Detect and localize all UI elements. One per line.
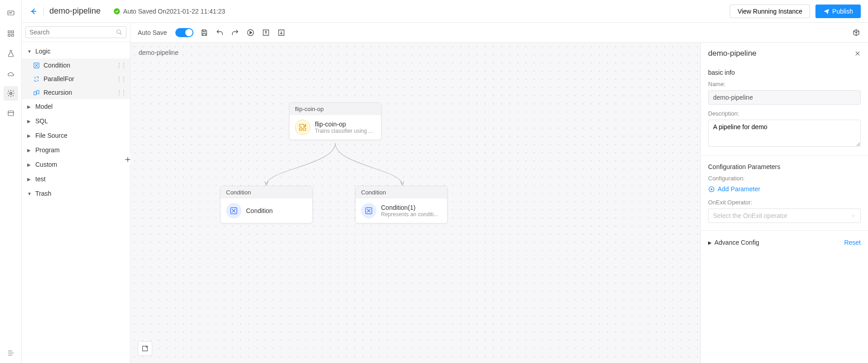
section-divider <box>701 230 868 231</box>
view-running-instance-button[interactable]: View Running Instance <box>730 5 810 18</box>
tree-item-label: Recursion <box>43 89 72 96</box>
rail-icon-storage[interactable] <box>4 106 18 121</box>
autosave-status: Auto Saved On2021-01-22 11:41:23 <box>113 8 225 15</box>
section-divider <box>701 155 868 156</box>
back-button[interactable] <box>29 7 38 16</box>
tree-item-condition[interactable]: Condition ⋮⋮ <box>22 58 130 72</box>
grip-icon: ⋮⋮ <box>116 76 125 82</box>
tree-item-parallelfor[interactable]: ParallelFor ⋮⋮ <box>22 72 130 86</box>
rail-icon-layers[interactable] <box>4 26 18 41</box>
caret-right-icon: ▶ <box>27 104 32 109</box>
advance-config-toggle[interactable]: ▶ Advance Config <box>708 239 759 246</box>
header: demo-pipeline Auto Saved On2021-01-22 11… <box>22 0 868 23</box>
node-condition[interactable]: Condition Condition <box>220 186 313 223</box>
tree-cat-model[interactable]: ▶Model <box>22 99 130 114</box>
caret-right-icon: ▶ <box>27 119 32 124</box>
config-params-heading: Configuration Parameters <box>708 163 861 170</box>
recursion-icon <box>33 89 40 96</box>
node-flip-coin-op[interactable]: flip-coin-op flip-coin-op Trains classif… <box>289 102 381 140</box>
basic-info-heading: basic info <box>708 69 861 76</box>
node-condition-1[interactable]: Condition Condition(1) Represents an con… <box>355 186 448 223</box>
autosave-text: Auto Saved On2021-01-22 11:41:23 <box>123 8 225 15</box>
tree-item-recursion[interactable]: Recursion ⋮⋮ <box>22 86 130 99</box>
tree-cat-program[interactable]: ▶Program <box>22 143 130 157</box>
left-rail <box>0 0 22 363</box>
add-parameter-button[interactable]: Add Parameter <box>708 185 861 193</box>
description-field[interactable] <box>708 120 861 147</box>
autosave-label: Auto Save <box>138 29 167 36</box>
run-button[interactable] <box>246 28 255 37</box>
tree-cat-logic[interactable]: ▼Logic <box>22 44 130 58</box>
expand-icon <box>141 345 149 352</box>
send-icon <box>823 8 829 15</box>
node-title: Condition(1) <box>381 204 438 211</box>
condition-icon <box>226 203 241 218</box>
search-input-wrap[interactable] <box>25 26 126 38</box>
tree-item-label: Condition <box>43 62 70 69</box>
page-title: demo-pipeline <box>49 6 101 16</box>
onexit-placeholder: Select the OnExit operator <box>713 212 787 219</box>
parallelfor-icon <box>33 75 40 82</box>
rail-icon-monitor[interactable] <box>4 6 18 21</box>
rail-icon-settings[interactable] <box>4 86 18 101</box>
caret-right-icon: ▶ <box>27 133 32 138</box>
onexit-select[interactable]: Select the OnExit operator <box>708 208 861 223</box>
tree-cat-file-source[interactable]: ▶File Source <box>22 128 130 143</box>
caret-right-icon: ▶ <box>708 240 712 245</box>
caret-right-icon: ▶ <box>27 162 32 167</box>
pipeline-canvas[interactable]: demo-pipeline flip-coin-op <box>130 43 700 363</box>
header-divider <box>43 7 44 15</box>
caret-right-icon: ▶ <box>27 148 32 153</box>
autosave-toggle[interactable] <box>175 28 193 37</box>
plus-circle-icon <box>708 186 715 193</box>
import-button[interactable] <box>277 28 286 37</box>
svg-rect-2 <box>11 31 14 33</box>
svg-rect-3 <box>8 34 10 37</box>
node-title: flip-coin-op <box>315 121 373 128</box>
export-button[interactable] <box>261 28 270 37</box>
grip-icon: ⋮⋮ <box>116 89 125 96</box>
node-head: Condition <box>221 186 312 198</box>
search-input[interactable] <box>29 29 116 36</box>
fit-view-button[interactable] <box>138 341 152 356</box>
component-tree: ▼Logic Condition ⋮⋮ ParallelFor ⋮⋮ Recur… <box>22 42 130 363</box>
onexit-label: OnExit Operator: <box>708 199 861 206</box>
name-label: Name: <box>708 81 861 87</box>
svg-rect-1 <box>8 31 10 33</box>
tree-cat-test[interactable]: ▶test <box>22 172 130 186</box>
canvas-toolbar: Auto Save <box>130 23 868 43</box>
undo-button[interactable] <box>215 28 224 37</box>
cube-icon[interactable] <box>852 28 861 37</box>
node-title: Condition <box>246 207 273 214</box>
tree-cat-sql[interactable]: ▶SQL <box>22 114 130 128</box>
close-panel-button[interactable] <box>854 50 861 57</box>
rail-icon-collapse[interactable] <box>4 346 18 360</box>
condition-icon <box>361 203 376 218</box>
svg-rect-6 <box>8 111 14 116</box>
redo-button[interactable] <box>231 28 240 37</box>
name-field[interactable] <box>708 90 861 105</box>
rail-icon-experiment[interactable] <box>4 46 18 61</box>
rail-icon-deploy[interactable] <box>4 66 18 81</box>
node-head: flip-coin-op <box>289 103 381 115</box>
tree-cat-custom[interactable]: ▶Custom <box>22 157 130 172</box>
save-button[interactable] <box>200 28 209 37</box>
reset-button[interactable]: Reset <box>844 239 861 246</box>
caret-down-icon: ▼ <box>27 191 32 196</box>
properties-panel: demo-pipeline basic info Name: <box>700 43 868 363</box>
puzzle-icon <box>295 120 310 135</box>
check-circle-icon <box>113 8 121 15</box>
svg-rect-4 <box>11 34 14 37</box>
condition-icon <box>33 62 40 69</box>
svg-point-7 <box>114 8 120 14</box>
svg-point-8 <box>117 30 121 34</box>
canvas-title: demo-pipeline <box>139 49 178 56</box>
publish-button[interactable]: Publish <box>815 5 861 18</box>
tree-cat-trash[interactable]: ▼Trash <box>22 186 130 201</box>
caret-right-icon: ▶ <box>27 177 32 182</box>
tree-item-label: ParallelFor <box>43 75 74 82</box>
grip-icon: ⋮⋮ <box>116 62 125 68</box>
node-head: Condition <box>356 186 447 198</box>
svg-point-5 <box>10 92 12 95</box>
panel-title: demo-pipeline <box>708 49 757 58</box>
